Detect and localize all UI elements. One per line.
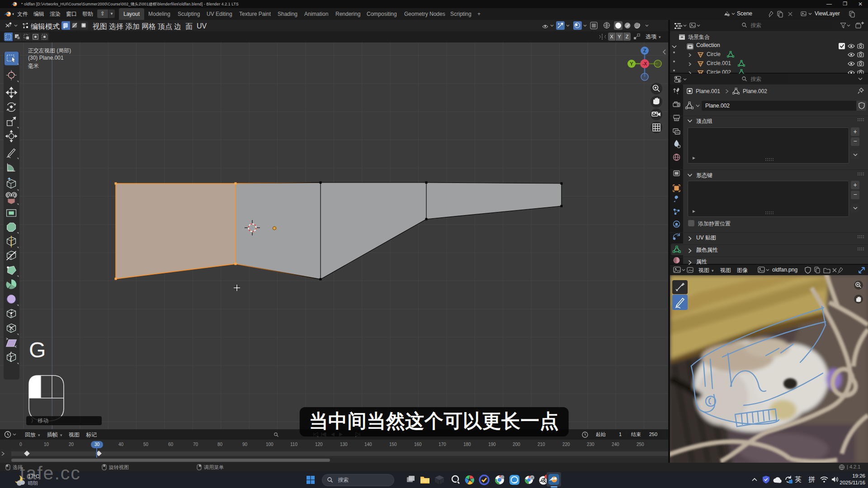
- svg-text:Y: Y: [630, 61, 633, 66]
- svg-text:Z: Z: [643, 48, 646, 53]
- svg-text:-X: -X: [642, 61, 647, 66]
